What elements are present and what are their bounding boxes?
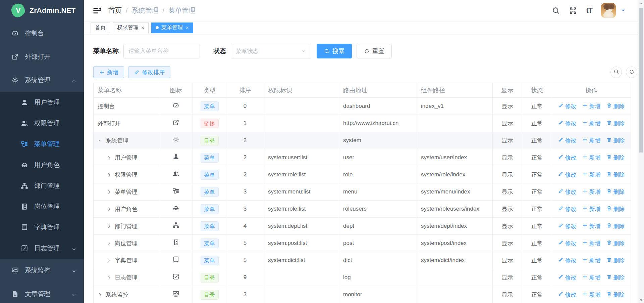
menu-name-cell: 系统监控	[98, 291, 155, 299]
row-delete-button[interactable]: 删除	[606, 102, 625, 110]
menu-name-input[interactable]	[123, 44, 200, 58]
order-cell: 2	[226, 132, 264, 149]
tab-close-icon[interactable]: ×	[185, 25, 189, 31]
row-expand-icon[interactable]	[98, 292, 103, 297]
row-edit-button[interactable]: 修改	[558, 171, 577, 179]
row-delete-button[interactable]: 删除	[606, 257, 625, 264]
row-expand-icon[interactable]	[98, 138, 103, 143]
search-button[interactable]: 搜索	[317, 44, 352, 58]
font-size-toggle-icon[interactable]: tT	[586, 6, 592, 15]
scroll-down-arrow-icon[interactable]: ▼	[638, 297, 644, 303]
sidebar-item-role[interactable]: 权限管理	[0, 113, 84, 134]
row-delete-button[interactable]: 删除	[606, 137, 625, 144]
row-add-button[interactable]: 新增	[582, 154, 601, 162]
row-delete-button[interactable]: 删除	[606, 240, 625, 247]
status-cell: 正常	[522, 149, 552, 166]
refresh-icon	[629, 69, 635, 76]
edit-sort-button[interactable]: 修改排序	[128, 66, 170, 78]
sidebar-item-external[interactable]: 外部打开	[0, 45, 84, 69]
table-search-button[interactable]	[610, 67, 622, 78]
sidebar-item-system[interactable]: 系统管理	[0, 69, 84, 92]
plus-icon	[582, 240, 588, 247]
row-delete-button[interactable]: 删除	[606, 222, 625, 230]
row-edit-button[interactable]: 修改	[558, 137, 577, 144]
user-menu-caret-icon[interactable]	[621, 8, 626, 13]
row-add-button[interactable]: 新增	[582, 205, 601, 213]
sidebar-item-roleusers[interactable]: 用户角色	[0, 155, 84, 175]
sidebar-item-article[interactable]: 文章管理	[0, 282, 84, 303]
sidebar-item-dict[interactable]: 字典管理	[0, 217, 84, 238]
sidebar-item-menu[interactable]: 菜单管理	[0, 134, 84, 155]
tab-首页[interactable]: 首页	[91, 23, 110, 33]
header-search-icon[interactable]	[552, 6, 560, 15]
tab-close-icon[interactable]: ×	[141, 25, 144, 31]
reset-button[interactable]: 重置	[357, 44, 392, 58]
row-add-button[interactable]: 新增	[582, 222, 601, 230]
row-edit-button[interactable]: 修改	[558, 240, 577, 247]
user-avatar[interactable]	[601, 3, 616, 18]
component-cell	[417, 269, 493, 286]
row-edit-button[interactable]: 修改	[558, 205, 577, 213]
row-delete-button[interactable]: 删除	[606, 120, 625, 127]
sidebar-item-monitor[interactable]: 系统监控	[0, 259, 84, 282]
visible-cell: 显示	[493, 98, 522, 115]
row-delete-button-label: 删除	[613, 137, 625, 144]
row-expand-icon[interactable]	[107, 275, 112, 280]
user-icon	[21, 99, 28, 106]
row-edit-button[interactable]: 修改	[558, 291, 577, 299]
sidebar-collapse-icon[interactable]	[93, 6, 102, 15]
vertical-scrollbar[interactable]: ▲ ▼	[638, 0, 644, 303]
sidebar-item-dashboard[interactable]: 控制台	[0, 21, 84, 45]
tab-菜单管理[interactable]: 菜单管理×	[151, 23, 193, 33]
row-delete-button[interactable]: 删除	[606, 274, 625, 282]
row-delete-button[interactable]: 删除	[606, 291, 625, 299]
row-delete-button[interactable]: 删除	[606, 154, 625, 162]
row-edit-button[interactable]: 修改	[558, 188, 577, 196]
order-cell: 2	[226, 149, 264, 166]
scrollbar-thumb[interactable]	[639, 8, 643, 153]
row-delete-button[interactable]: 删除	[606, 171, 625, 179]
row-add-button[interactable]: 新增	[582, 137, 601, 144]
row-expand-icon[interactable]	[107, 241, 112, 246]
row-edit-button[interactable]: 修改	[558, 222, 577, 230]
row-add-button[interactable]: 新增	[582, 274, 601, 282]
tab-权限管理[interactable]: 权限管理×	[113, 23, 149, 33]
menu-table: 菜单名称图标类型排序权限标识路由地址组件路径显示状态操作 控制台菜单0dashb…	[93, 83, 631, 303]
scroll-up-arrow-icon[interactable]: ▲	[638, 0, 644, 6]
row-expand-icon[interactable]	[107, 207, 112, 212]
row-edit-button[interactable]: 修改	[558, 120, 577, 127]
row-expand-icon[interactable]	[107, 224, 112, 229]
row-expand-icon[interactable]	[107, 189, 112, 194]
row-delete-button[interactable]: 删除	[606, 188, 625, 196]
add-button[interactable]: 新增	[93, 66, 124, 78]
visible-cell: 显示	[493, 201, 522, 218]
sidebar-item-dept[interactable]: 部门管理	[0, 175, 84, 196]
row-edit-button[interactable]: 修改	[558, 274, 577, 282]
row-edit-button[interactable]: 修改	[558, 257, 577, 264]
row-add-button[interactable]: 新增	[582, 188, 601, 196]
row-add-button[interactable]: 新增	[582, 257, 601, 264]
row-add-button[interactable]: 新增	[582, 240, 601, 247]
row-add-button-label: 新增	[589, 137, 601, 144]
breadcrumb-home[interactable]: 首页	[108, 6, 122, 15]
row-expand-icon[interactable]	[107, 155, 112, 160]
row-add-button[interactable]: 新增	[582, 291, 601, 299]
row-expand-icon[interactable]	[107, 258, 112, 263]
row-delete-button[interactable]: 删除	[606, 205, 625, 213]
menu-status-select[interactable]: 菜单状态	[231, 44, 311, 58]
order-cell: 5	[226, 252, 264, 269]
sidebar-item-user[interactable]: 用户管理	[0, 92, 84, 113]
menu-name-cell: 菜单管理	[98, 188, 155, 196]
fullscreen-toggle-icon[interactable]	[569, 6, 577, 15]
sidebar-item-post[interactable]: 岗位管理	[0, 196, 84, 217]
row-edit-button[interactable]: 修改	[558, 154, 577, 162]
sidebar-item-log[interactable]: 日志管理	[0, 238, 84, 259]
row-add-button[interactable]: 新增	[582, 171, 601, 179]
row-expand-icon[interactable]	[107, 172, 112, 177]
row-add-button[interactable]: 新增	[582, 102, 601, 110]
row-add-button[interactable]: 新增	[582, 120, 601, 127]
menu-name-cell: 字典管理	[98, 257, 155, 264]
app-logo[interactable]: V ZrAdmin.NET	[0, 0, 84, 21]
table-refresh-button[interactable]	[626, 67, 637, 78]
row-edit-button[interactable]: 修改	[558, 102, 577, 110]
